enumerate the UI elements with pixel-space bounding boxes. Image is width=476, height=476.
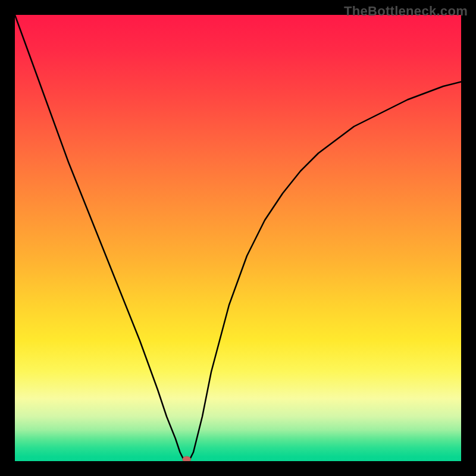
min-marker [183, 456, 191, 461]
watermark-text: TheBottleneck.com [344, 4, 468, 19]
chart-frame: TheBottleneck.com [0, 0, 476, 476]
plot-area [15, 15, 461, 461]
bottleneck-curve [15, 15, 461, 461]
curve-svg [15, 15, 461, 461]
